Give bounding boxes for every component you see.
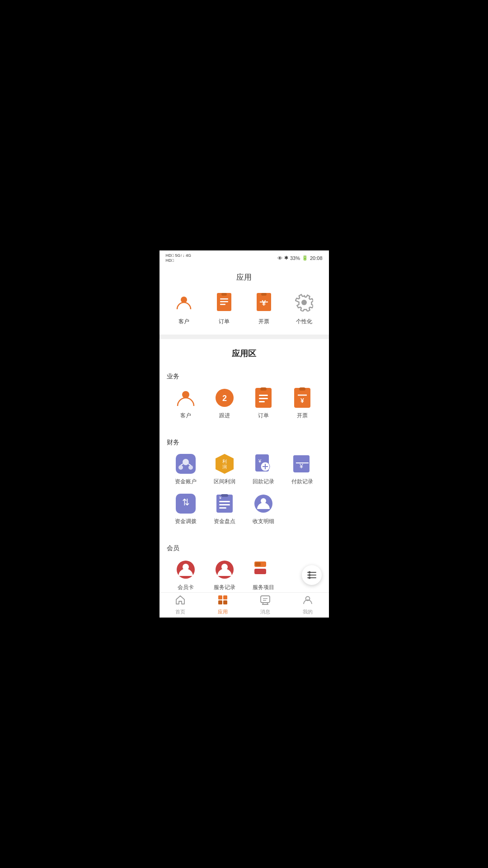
fin-fund-account-label: 资金账户: [175, 478, 197, 486]
mem-card-icon: [175, 559, 197, 580]
svg-text:¥: ¥: [219, 495, 222, 500]
profile-icon: [303, 595, 313, 607]
member-grid: 会员卡 服务记录: [167, 559, 322, 592]
svg-rect-3: [220, 301, 228, 302]
svg-rect-2: [220, 298, 228, 300]
svg-text:润: 润: [222, 464, 227, 469]
category-member: 会员 会员卡: [160, 540, 329, 592]
fin-profit-icon: 利 润: [214, 453, 235, 475]
svg-rect-48: [221, 494, 228, 497]
nav-profile[interactable]: 我的: [286, 593, 329, 618]
biz-customer[interactable]: 客户: [167, 387, 206, 420]
fin-payment-record-label: 回款记录: [253, 478, 274, 486]
biz-order-label: 订单: [258, 412, 269, 420]
category-finance-label: 财务: [167, 439, 322, 447]
mem-service-record[interactable]: 服务记录: [205, 559, 244, 591]
biz-order[interactable]: 订单: [244, 387, 283, 420]
fin-pay-record-label: 付款记录: [291, 478, 313, 486]
biz-order-icon: [253, 387, 274, 409]
fin-pay-record[interactable]: ¥ 付款记录: [283, 453, 322, 486]
svg-point-74: [308, 571, 310, 574]
svg-rect-51: [219, 507, 226, 509]
fin-payment-record-icon: ¥: [253, 453, 274, 475]
battery-icon: 🔋: [302, 255, 308, 261]
top-app-settings-label: 个性化: [296, 318, 312, 326]
nav-apps[interactable]: 应用: [202, 593, 244, 618]
app-zone: 应用区 业务 客户: [160, 339, 329, 592]
fin-fund-account[interactable]: 资金账户: [167, 453, 206, 486]
nav-profile-label: 我的: [303, 609, 313, 615]
svg-text:¥: ¥: [258, 458, 262, 464]
battery-percent: 33%: [290, 255, 300, 261]
svg-rect-60: [254, 569, 266, 574]
time: 20:08: [310, 255, 323, 261]
nav-message[interactable]: 消息: [244, 593, 286, 618]
business-grid: 客户 2 跟进: [167, 387, 322, 427]
eye-icon: 👁: [277, 255, 282, 261]
top-app-invoice-label: 开票: [258, 318, 269, 326]
top-app-invoice[interactable]: ¥ 开票: [248, 291, 280, 326]
mem-service-record-icon: [214, 559, 235, 580]
app-zone-title: 应用区: [160, 348, 329, 359]
top-app-customer[interactable]: 客户: [168, 291, 200, 326]
main-scroll: 应用 客户: [160, 265, 329, 592]
svg-point-30: [188, 465, 193, 470]
svg-point-29: [178, 465, 183, 470]
fin-fund-check-label: 资金盘点: [214, 518, 235, 525]
mem-service-record-label: 服务记录: [214, 584, 235, 591]
svg-rect-41: [293, 455, 310, 459]
svg-rect-80: [223, 600, 227, 604]
fin-fund-transfer-icon: ⇅: [175, 493, 197, 514]
nav-apps-label: 应用: [218, 609, 228, 615]
mem-service-item[interactable]: 服务项目: [244, 559, 283, 591]
status-indicators: 👁 ✱ 33% 🔋 20:08: [277, 255, 323, 261]
biz-follow[interactable]: 2 跟进: [205, 387, 244, 420]
svg-rect-81: [261, 596, 270, 603]
svg-rect-61: [255, 562, 261, 566]
finance-grid: 资金账户 利 润 区间利润: [167, 453, 322, 533]
order-icon: [212, 291, 236, 314]
biz-invoice-label: 开票: [297, 412, 308, 420]
top-app-order[interactable]: 订单: [208, 291, 240, 326]
fin-profit[interactable]: 利 润 区间利润: [205, 453, 244, 486]
svg-text:利: 利: [222, 459, 227, 464]
svg-text:2: 2: [222, 394, 227, 403]
biz-customer-icon: [175, 387, 197, 409]
bottom-nav: 首页 应用 消息: [160, 592, 329, 618]
svg-rect-21: [259, 401, 265, 402]
svg-rect-6: [221, 293, 227, 296]
nav-home-label: 首页: [175, 609, 185, 615]
top-section-title: 应用: [160, 272, 329, 283]
svg-rect-78: [223, 595, 227, 599]
nav-message-label: 消息: [260, 609, 270, 615]
nav-home[interactable]: 首页: [160, 593, 202, 618]
mem-card[interactable]: 会员卡: [167, 559, 206, 591]
svg-point-28: [183, 459, 189, 465]
svg-text:¥: ¥: [299, 462, 303, 470]
fin-fund-transfer[interactable]: ⇅ 资金调拨: [167, 493, 206, 525]
mem-card-label: 会员卡: [178, 584, 194, 591]
fin-profit-label: 区间利润: [214, 478, 235, 486]
fin-income-detail-icon: [253, 493, 274, 514]
fin-fund-transfer-label: 资金调拨: [175, 518, 197, 525]
svg-rect-79: [218, 600, 222, 604]
fin-income-detail-label: 收支明细: [253, 518, 274, 525]
top-apps-grid: 客户 订单: [160, 291, 329, 326]
apps-icon: [218, 595, 228, 607]
category-business: 业务 客户: [160, 368, 329, 434]
svg-rect-4: [220, 304, 225, 305]
fab-button[interactable]: [302, 565, 322, 585]
mem-service-item-icon: [253, 559, 274, 580]
fin-fund-check[interactable]: ¥ 资金盘点: [205, 493, 244, 525]
fin-payment-record[interactable]: ¥ 回款记录: [244, 453, 283, 486]
fin-income-detail[interactable]: 收支明细: [244, 493, 283, 525]
biz-follow-label: 跟进: [219, 412, 230, 420]
biz-invoice[interactable]: ¥ 开票: [283, 387, 322, 420]
mem-service-item-label: 服务项目: [253, 584, 274, 591]
top-app-settings[interactable]: 个性化: [288, 291, 320, 326]
invoice-icon: ¥: [252, 291, 276, 314]
svg-text:¥: ¥: [300, 397, 304, 404]
svg-rect-24: [299, 387, 305, 391]
category-business-label: 业务: [167, 373, 322, 381]
fin-fund-account-icon: [175, 453, 197, 475]
